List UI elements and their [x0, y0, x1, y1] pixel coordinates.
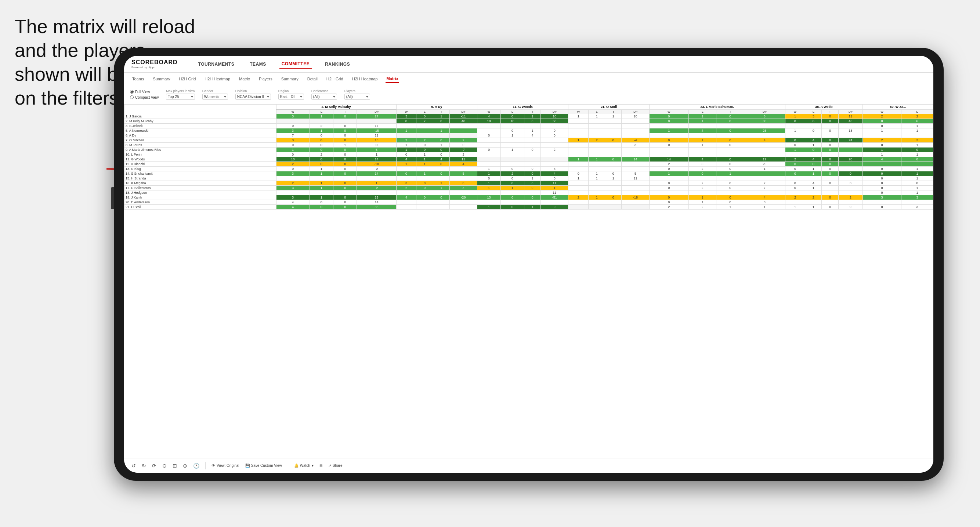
cell: 18 [357, 138, 396, 143]
cell: 0 [649, 119, 689, 124]
cell [649, 176, 689, 181]
compact-view-radio[interactable]: Compact View [130, 95, 159, 100]
full-view-radio[interactable]: Full View [130, 90, 159, 94]
cell: 2 [785, 195, 805, 200]
refresh-icon[interactable]: ⟳ [152, 463, 156, 469]
zoom-reset-icon[interactable]: ⊡ [173, 463, 177, 469]
cell [433, 167, 449, 171]
zoom-in-icon[interactable]: ⊕ [183, 463, 187, 469]
cell: 1 [310, 129, 333, 133]
cell: 7 [276, 133, 310, 138]
cell [605, 200, 622, 205]
cell: 0 [310, 133, 333, 138]
sub-nav-teams[interactable]: Teams [132, 75, 145, 83]
sub-nav-matrix2[interactable]: Matrix [385, 75, 399, 83]
cell: 27 [357, 114, 396, 119]
cell: 0 [433, 162, 449, 167]
cell [605, 148, 622, 152]
cell: 0 [838, 171, 862, 176]
cell [838, 200, 862, 205]
sub-nav-h2h-heatmap2[interactable]: H2H Heatmap [352, 75, 379, 83]
cell: 0 [863, 119, 901, 124]
cell: 0 [822, 143, 838, 148]
cell [744, 124, 785, 129]
sub-d4: Dif [622, 110, 649, 114]
nav-rankings[interactable]: RANKINGS [323, 60, 352, 68]
share-btn[interactable]: ↗ Share [328, 464, 342, 468]
sub-nav-summary2[interactable]: Summary [280, 75, 299, 83]
cell: 0 [822, 162, 838, 167]
cell: 0 [805, 162, 822, 167]
max-players-select[interactable]: Top 25 Top 10 Top 50 [166, 94, 195, 100]
zoom-out-icon[interactable]: ⊖ [162, 463, 167, 469]
cell: 0 [396, 119, 416, 124]
cell: 0 [716, 167, 744, 171]
sub-nav-h2h-grid1[interactable]: H2H Grid [178, 75, 196, 83]
cell [689, 190, 716, 195]
cell: 1 [589, 114, 605, 119]
gender-select[interactable]: Women's Men's [202, 94, 228, 100]
nav-committee[interactable]: COMMITTEE [279, 60, 312, 68]
undo-icon[interactable]: ↺ [132, 463, 136, 469]
players-select[interactable]: (All) [344, 94, 370, 100]
cell [622, 186, 649, 190]
cell [396, 190, 416, 195]
cell [605, 190, 622, 195]
sub-l5: L [689, 110, 716, 114]
cell: 1 [863, 152, 901, 157]
save-custom-btn[interactable]: 💾 Save Custom View [245, 464, 282, 468]
cell: 0 [416, 148, 433, 152]
player-name: 14. S Srichantamit [124, 171, 277, 176]
max-players-group: Max players in view Top 25 Top 10 Top 50 [166, 89, 195, 100]
cell: 1 [805, 205, 822, 210]
sub-nav-summary1[interactable]: Summary [152, 75, 171, 83]
sub-nav-matrix1[interactable]: Matrix [238, 75, 251, 83]
conference-select[interactable]: (All) [311, 94, 337, 100]
cell [416, 124, 433, 129]
redo-icon[interactable]: ↻ [142, 463, 146, 469]
cell [477, 129, 501, 133]
region-select[interactable]: East - DII (All) [278, 94, 304, 100]
cell [805, 200, 822, 205]
tablet-frame: SCOREBOARD Powered by clippd TOURNAMENTS… [114, 48, 943, 481]
nav-teams[interactable]: TEAMS [248, 60, 269, 68]
cell [622, 181, 649, 186]
cell: 0 [333, 205, 357, 210]
cell: 0 [822, 119, 838, 124]
view-original-btn[interactable]: 👁 View: Original [212, 464, 239, 468]
sub-nav-h2h-grid2[interactable]: H2H Grid [326, 75, 344, 83]
division-select[interactable]: NCAA Division II NCAA Division I NCAA Di… [235, 94, 271, 100]
layout-btn[interactable]: ⊞ [320, 464, 322, 468]
sub-nav-detail[interactable]: Detail [307, 75, 318, 83]
cell: 7 [744, 181, 785, 186]
cell: 0 [333, 129, 357, 133]
cell [785, 133, 805, 138]
cell [689, 148, 716, 152]
cell: 1 [589, 171, 605, 176]
max-players-label: Max players in view [166, 89, 195, 93]
cell: 0 [716, 157, 744, 162]
sub-nav-players[interactable]: Players [258, 75, 273, 83]
cell: 1 [310, 195, 333, 200]
cell: 1 [589, 176, 605, 181]
cell: 0 [310, 138, 333, 143]
cell [524, 124, 541, 129]
filters-bar: Full View Compact View Max players in vi… [124, 85, 933, 104]
matrix-scroll-area[interactable]: 2. M Kelly Mulcahy 6. A Dy 11. G Woods 2… [124, 104, 933, 458]
cell [622, 190, 649, 195]
clock-icon[interactable]: 🕐 [193, 463, 199, 469]
cell: 0 [863, 186, 901, 190]
cell: 1 [901, 143, 933, 148]
cell [449, 190, 477, 195]
cell: 0 [716, 200, 744, 205]
cell: 0 [524, 119, 541, 124]
sub-nav-h2h-heatmap1[interactable]: H2H Heatmap [204, 75, 231, 83]
nav-tournaments[interactable]: TOURNAMENTS [196, 60, 237, 68]
cell: 0 [716, 114, 744, 119]
sub-t3: T [524, 110, 541, 114]
watch-btn[interactable]: 🔔 Watch ▾ [294, 464, 313, 468]
cell: 0 [605, 171, 622, 176]
cell: 0 [863, 124, 901, 129]
cell [822, 176, 838, 181]
cell: 0 [785, 167, 805, 171]
